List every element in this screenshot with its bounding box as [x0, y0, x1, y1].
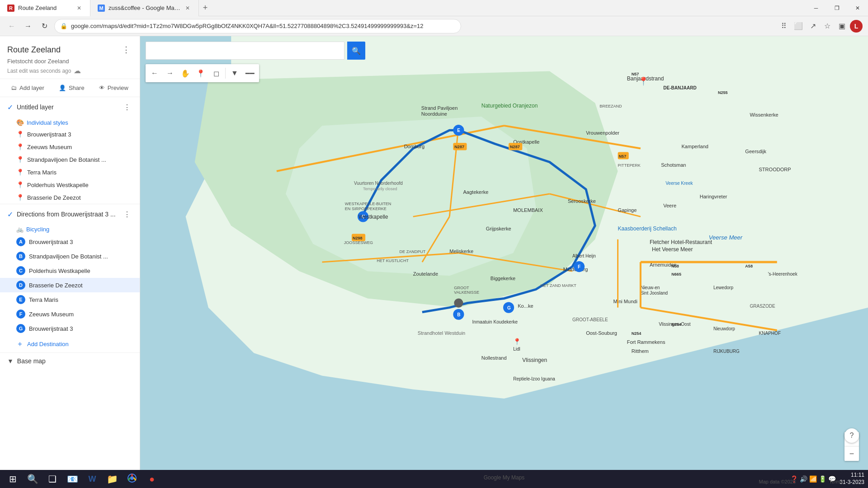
redo-button[interactable]: →	[163, 66, 177, 80]
svg-text:Strandhotel Westduin: Strandhotel Westduin	[418, 330, 465, 336]
share-button[interactable]: 👤 Share	[55, 83, 88, 93]
chrome-icon	[127, 474, 137, 485]
task-view-button[interactable]: ❑	[43, 471, 61, 487]
place-item-0[interactable]: 📍 Brouwerijstraat 3	[0, 128, 140, 141]
svg-text:B: B	[457, 312, 460, 317]
ruler-tool[interactable]: ━━	[243, 66, 257, 80]
word-button[interactable]: W	[83, 471, 101, 487]
tab-close-1[interactable]: ✕	[75, 5, 83, 12]
svg-text:N665: N665	[671, 272, 681, 277]
waypoint-b[interactable]: B Strandpaviljoen De Botanist ...	[0, 249, 140, 263]
last-edit-text: Last edit was seconds ago	[7, 68, 71, 74]
base-map-header[interactable]: ▼ Base map	[7, 357, 132, 365]
chrome-button[interactable]	[123, 471, 141, 487]
layer-more-button[interactable]: ⋮	[122, 102, 132, 113]
place-item-1[interactable]: 📍 Zeeuws Museum	[0, 141, 140, 153]
taskbar-battery-icon: 🔋	[819, 475, 826, 483]
map-area[interactable]: Naturgebied Oranjezon Domburg Oostkapell…	[140, 36, 868, 488]
map-search-button[interactable]: 🔍	[347, 42, 365, 60]
svg-text:N58: N58	[671, 264, 679, 268]
tab-close-2[interactable]: ✕	[184, 5, 191, 12]
add-destination-button[interactable]: ＋ Add Destination	[0, 336, 140, 352]
place-item-3[interactable]: 📍 Terra Maris	[0, 166, 140, 178]
map-search-input[interactable]	[146, 42, 344, 60]
svg-text:N287: N287	[510, 145, 520, 149]
svg-text:Geersdijk: Geersdijk	[745, 149, 766, 154]
minimize-button[interactable]: ─	[806, 0, 826, 16]
close-button[interactable]: ✕	[847, 0, 868, 16]
place-pin-4: 📍	[16, 181, 24, 188]
preview-button[interactable]: 👁 Preview	[95, 83, 132, 93]
svg-text:N298: N298	[353, 236, 363, 240]
waypoint-g[interactable]: G Brouwerijstraat 3	[0, 321, 140, 336]
svg-text:Nollestrand: Nollestrand	[481, 355, 507, 361]
svg-text:Strand Paviljoen: Strand Paviljoen	[421, 105, 458, 111]
individual-styles-button[interactable]: 🎨 Individual styles	[0, 117, 140, 128]
waypoint-name-e: Terra Maris	[29, 296, 58, 303]
back-button[interactable]: ←	[5, 20, 18, 33]
svg-text:Inmaatuin Koudekerke: Inmaatuin Koudekerke	[472, 319, 518, 324]
profile-avatar[interactable]: L	[850, 20, 863, 33]
svg-text:Veere: Veere	[663, 203, 676, 208]
place-pin-3: 📍	[16, 169, 24, 176]
waypoint-a[interactable]: A Brouwerijstraat 3	[0, 235, 140, 249]
add-layer-button[interactable]: 🗂 Add layer	[7, 83, 48, 93]
url-bar[interactable]: 🔒 google.com/maps/d/edit?mid=1Tz2mo7W8DG…	[54, 19, 461, 33]
map-terms: Terms	[829, 479, 843, 484]
bookmark-icon[interactable]: ☆	[821, 20, 834, 33]
maximize-button[interactable]: ❐	[826, 0, 847, 16]
tab-google-maps[interactable]: M zuss&coffee - Google Maps ✕	[90, 0, 199, 16]
help-button[interactable]: ?	[844, 428, 859, 443]
google-my-maps-label: Google My Maps	[484, 474, 525, 481]
directions-more-button[interactable]: ⋮	[122, 209, 132, 220]
undo-button[interactable]: ←	[147, 66, 162, 80]
select-tool[interactable]: ◻	[209, 66, 223, 80]
svg-text:N287: N287	[454, 145, 464, 149]
paint-icon: 🎨	[16, 119, 24, 126]
marker-tool[interactable]: 📍	[193, 66, 208, 80]
place-item-5[interactable]: 📍 Brasserie De Zeezot	[0, 191, 140, 204]
toolbar-icons: ⠿ ⬜ ↗ ☆ ▣ L	[778, 20, 863, 33]
place-item-4[interactable]: 📍 Polderhuis Westkapelle	[0, 178, 140, 191]
chrome2-button[interactable]: ●	[143, 471, 161, 487]
outlook-button[interactable]: 📧	[63, 471, 81, 487]
waypoint-circle-g: G	[16, 324, 25, 333]
screenshot-icon[interactable]: ⬜	[792, 20, 805, 33]
zoom-out-button[interactable]: −	[844, 446, 859, 461]
new-tab-button[interactable]: +	[199, 2, 212, 14]
map-tools: ← → ✋ 📍 ◻ ▼ ━━	[146, 64, 259, 82]
svg-text:Sint Joosland: Sint Joosland	[641, 291, 668, 296]
svg-point-40	[454, 299, 463, 308]
waypoint-d[interactable]: D Brasserie De Zeezot	[0, 278, 140, 292]
terms-label[interactable]: Terms	[829, 479, 843, 484]
time-display: 11:11	[840, 472, 864, 479]
directions-name: Directions from Brouwerijstraat 3 ...	[17, 211, 118, 218]
svg-text:Nieuwdorp: Nieuwdorp	[713, 326, 735, 331]
sidebar-actions: 🗂 Add layer 👤 Share 👁 Preview	[0, 79, 140, 97]
files-button[interactable]: 📁	[103, 471, 121, 487]
svg-text:MOLEMBAIX: MOLEMBAIX	[513, 207, 543, 213]
svg-text:Domburg: Domburg	[404, 144, 425, 149]
svg-text:Aagtekerke: Aagtekerke	[463, 189, 488, 195]
share-page-icon[interactable]: ↗	[807, 20, 819, 33]
waypoint-c[interactable]: C Polderhuis Westkapelle	[0, 263, 140, 278]
svg-text:G: G	[507, 305, 511, 310]
svg-text:Lewedorp: Lewedorp	[713, 285, 734, 290]
waypoint-e[interactable]: E Terra Maris	[0, 292, 140, 307]
filter-tool[interactable]: ▼	[227, 66, 242, 80]
search-button[interactable]: 🔍	[24, 471, 42, 487]
add-destination-icon: ＋	[16, 339, 24, 349]
reload-button[interactable]: ↻	[38, 20, 51, 33]
sidebar-panel-icon[interactable]: ▣	[835, 20, 848, 33]
tab-route-zeeland[interactable]: R Route Zeeland ✕	[0, 0, 90, 16]
hand-tool[interactable]: ✋	[178, 66, 193, 80]
start-button[interactable]: ⊞	[4, 471, 22, 487]
svg-text:Kamperland: Kamperland	[681, 144, 708, 149]
place-item-2[interactable]: 📍 Strandpaviljoen De Botanist ...	[0, 153, 140, 166]
svg-text:DE ZANDPUT: DE ZANDPUT	[400, 249, 426, 254]
google-apps-icon[interactable]: ⠿	[778, 20, 790, 33]
waypoint-f[interactable]: F Zeeuws Museum	[0, 307, 140, 321]
sidebar-more-button[interactable]: ⋮	[120, 43, 132, 56]
svg-text:Vlissingen: Vlissingen	[522, 357, 547, 363]
forward-button[interactable]: →	[22, 20, 34, 33]
